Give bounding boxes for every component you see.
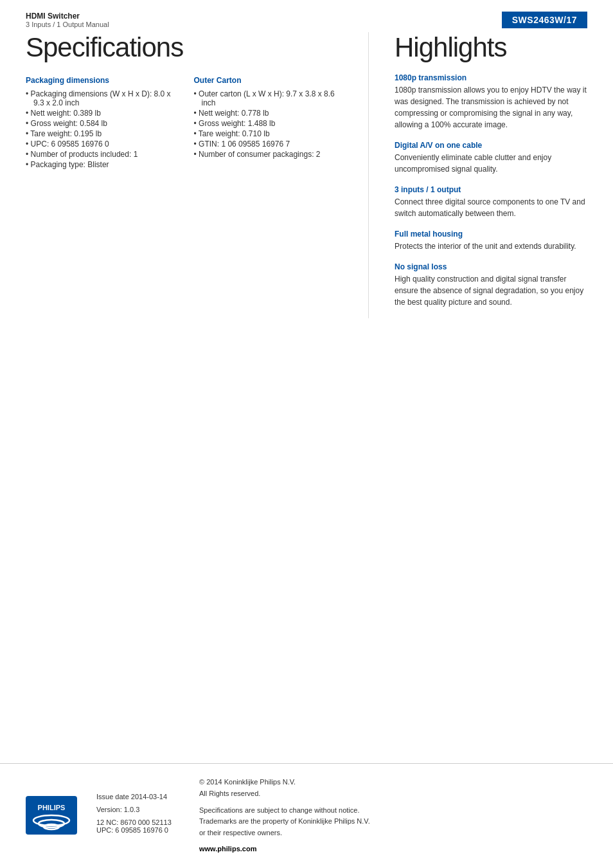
highlight-item-title: 3 inputs / 1 output (395, 185, 587, 194)
highlight-item-desc: High quality construction and digital si… (395, 273, 587, 308)
list-item: Packaging dimensions (W x H x D): 8.0 x … (26, 89, 175, 108)
highlight-item: Full metal housingProtects the interior … (395, 230, 587, 252)
highlight-item-title: Digital A/V on one cable (395, 141, 587, 150)
list-item: Tare weight: 0.710 lb (194, 129, 343, 139)
website-link: www.philips.com (199, 845, 256, 853)
highlight-item: Digital A/V on one cableConveniently eli… (395, 141, 587, 175)
page-footer: PHILIPS Issue date 2014-03-14 Version: 1… (0, 763, 613, 868)
outer-carton-list: Outer carton (L x W x H): 9.7 x 3.8 x 8.… (194, 89, 343, 159)
column-divider (368, 32, 369, 318)
model-badge: SWS2463W/17 (502, 12, 587, 28)
specifications-column: Specifications Packaging dimensions Pack… (26, 32, 342, 318)
packaging-section: Packaging dimensions Packaging dimension… (26, 76, 175, 170)
list-item: Gross weight: 0.584 lb (26, 118, 175, 129)
highlight-item-desc: 1080p transmission allows you to enjoy H… (395, 84, 587, 131)
list-item: Outer carton (L x W x H): 9.7 x 3.8 x 8.… (194, 89, 343, 108)
highlight-item-desc: Connect three digital source components … (395, 196, 587, 219)
product-description: 3 Inputs / 1 Output Manual (26, 21, 109, 28)
list-item: Nett weight: 0.778 lb (194, 108, 343, 118)
issue-date: Issue date 2014-03-14 (96, 793, 180, 800)
highlight-item-title: No signal loss (395, 262, 587, 271)
highlight-item: No signal lossHigh quality construction … (395, 262, 587, 308)
list-item: GTIN: 1 06 09585 16976 7 (194, 139, 343, 149)
footer-meta: Issue date 2014-03-14 Version: 1.0.3 12 … (96, 793, 180, 839)
highlight-item: 1080p transmission1080p transmission all… (395, 73, 587, 131)
philips-logo: PHILIPS (26, 796, 77, 836)
outer-carton-heading: Outer Carton (194, 76, 343, 85)
highlights-list: 1080p transmission1080p transmission all… (395, 73, 587, 308)
copyright: © 2014 Koninklijke Philips N.V. All Righ… (199, 777, 370, 799)
footer-legal: © 2014 Koninklijke Philips N.V. All Righ… (199, 777, 370, 855)
highlight-item-title: Full metal housing (395, 230, 587, 239)
main-content: Specifications Packaging dimensions Pack… (0, 32, 613, 318)
highlight-item-desc: Conveniently eliminate cable clutter and… (395, 152, 587, 175)
version: Version: 1.0.3 (96, 806, 180, 813)
nc-upc: 12 NC: 8670 000 52113 UPC: 6 09585 16976… (96, 818, 180, 834)
legal-text: Specifications are subject to change wit… (199, 805, 370, 839)
packaging-list: Packaging dimensions (W x H x D): 8.0 x … (26, 89, 175, 170)
spec-sections: Packaging dimensions Packaging dimension… (26, 76, 342, 170)
highlights-column: Highlights 1080p transmission1080p trans… (395, 32, 587, 318)
list-item: Tare weight: 0.195 lb (26, 129, 175, 139)
highlights-title: Highlights (395, 32, 587, 63)
page-header: HDMI Switcher 3 Inputs / 1 Output Manual… (0, 0, 613, 32)
highlight-item: 3 inputs / 1 outputConnect three digital… (395, 185, 587, 219)
svg-text:PHILIPS: PHILIPS (38, 804, 66, 811)
highlight-item-title: 1080p transmission (395, 73, 587, 82)
list-item: Nett weight: 0.389 lb (26, 108, 175, 118)
outer-carton-section: Outer Carton Outer carton (L x W x H): 9… (194, 76, 343, 170)
list-item: Packaging type: Blister (26, 159, 175, 170)
list-item: Number of consumer packagings: 2 (194, 149, 343, 159)
packaging-heading: Packaging dimensions (26, 76, 175, 85)
product-info: HDMI Switcher 3 Inputs / 1 Output Manual (26, 12, 109, 28)
specifications-title: Specifications (26, 32, 342, 63)
list-item: Gross weight: 1.488 lb (194, 118, 343, 129)
product-line: HDMI Switcher (26, 12, 109, 21)
list-item: Number of products included: 1 (26, 149, 175, 159)
list-item: UPC: 6 09585 16976 0 (26, 139, 175, 149)
highlight-item-desc: Protects the interior of the unit and ex… (395, 240, 587, 252)
